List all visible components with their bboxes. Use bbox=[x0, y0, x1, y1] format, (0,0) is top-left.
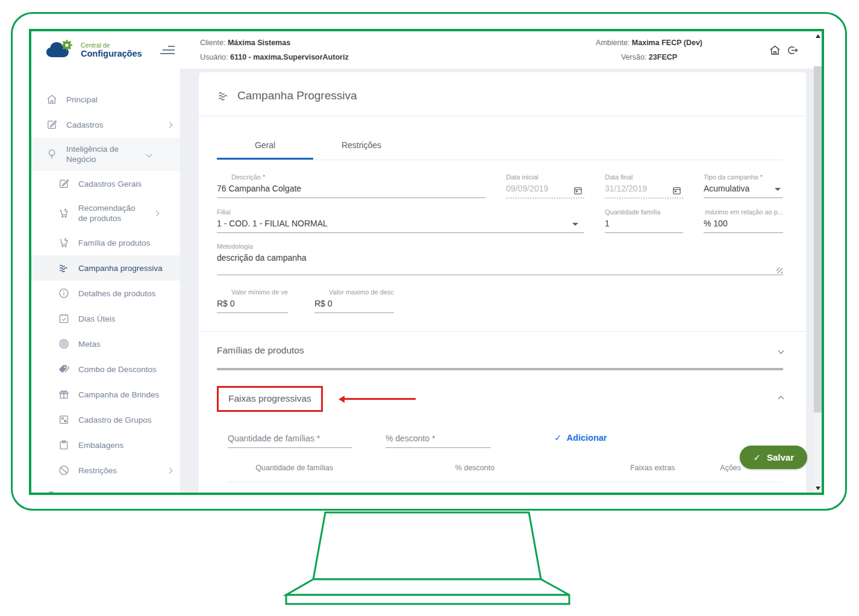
metodologia-textarea[interactable]: Metodologia descrição da campanha bbox=[217, 243, 783, 275]
familias-de-produtos-section[interactable]: Famílias de produtos bbox=[199, 331, 806, 368]
sidebar-item-label: Campanha progressiva bbox=[78, 263, 172, 273]
page-title: Campanha Progressiva bbox=[199, 72, 806, 116]
field-value: % 100 bbox=[704, 219, 783, 233]
sidebar-item-label: Recomendação de produtos bbox=[78, 203, 146, 223]
field-label: Tipo da campanha * bbox=[704, 173, 783, 181]
sidebar-item-cadastros[interactable]: Cadastros bbox=[31, 112, 180, 137]
calendar-icon[interactable] bbox=[573, 185, 583, 196]
page-title-text: Campanha Progressiva bbox=[237, 89, 357, 102]
sidebar-item-restricoes[interactable]: Restrições bbox=[31, 458, 180, 483]
field-value: R$ 0 bbox=[217, 299, 288, 313]
scroll-down-arrow-icon[interactable] bbox=[816, 487, 820, 490]
quantidade-familias-input[interactable] bbox=[228, 431, 352, 448]
table-header-row: Quantidade de famílias % desconto Faixas… bbox=[228, 464, 783, 482]
valor-maximo-field[interactable]: Valor maximo de desco... R$ 0 bbox=[314, 288, 394, 313]
sidebar-item-label: Cadastro de Grupos bbox=[78, 415, 172, 425]
resize-handle[interactable] bbox=[776, 267, 782, 273]
field-value: Acumulativa bbox=[704, 184, 783, 198]
sidebar-item-embalagens[interactable]: Embalagens bbox=[31, 432, 180, 458]
section-title: Faixas progressivas bbox=[228, 393, 311, 403]
user-value: 6110 - maxima.SupervisorAutoriz bbox=[230, 53, 349, 61]
app-logo[interactable]: Central de Configurações bbox=[31, 39, 152, 61]
main-area: Campanha Progressiva Geral Restrições De bbox=[180, 69, 822, 493]
delete-trash-icon[interactable] bbox=[738, 492, 748, 493]
field-label: Data inicial bbox=[506, 173, 584, 181]
vertical-scrollbar[interactable] bbox=[814, 31, 822, 493]
home-icon[interactable] bbox=[769, 44, 781, 57]
salvar-label: Salvar bbox=[767, 452, 794, 462]
version-label: Versão: bbox=[621, 53, 646, 61]
page: Central de Configurações Cliente: Máxima… bbox=[0, 0, 859, 616]
sidebar-item-campanha-progressiva[interactable]: Campanha progressiva bbox=[31, 255, 180, 281]
chevron-up-icon[interactable] bbox=[778, 396, 784, 402]
scroll-up-arrow-icon[interactable] bbox=[816, 34, 820, 38]
sidebar-item-label: Cadastros bbox=[66, 120, 159, 130]
client-label: Cliente: bbox=[200, 39, 225, 47]
scrollbar-thumb[interactable] bbox=[814, 66, 822, 412]
header-env-info: Ambiente: Maxima FECP (Dev) Versão: 23FE… bbox=[596, 36, 702, 64]
groups-icon bbox=[58, 414, 70, 426]
data-inicial-field[interactable]: Data inicial 09/09/2019 bbox=[506, 173, 584, 199]
sidebar-item-dias-uteis[interactable]: Dias Úteis bbox=[31, 306, 180, 331]
field-value: 76 Campanha Colgate bbox=[217, 184, 486, 198]
user-label: Usuário: bbox=[200, 53, 228, 61]
field-value: 1 - COD. 1 - FILIAL NORMAL bbox=[217, 219, 584, 233]
hamburger-menu-icon[interactable] bbox=[159, 45, 175, 55]
sidebar-item-label: Principal bbox=[66, 95, 172, 105]
version-value: 23FECP bbox=[649, 53, 677, 61]
sidebar-item-cadastro-de-grupos[interactable]: Cadastro de Grupos bbox=[31, 407, 180, 432]
table-row: 1 5 2 bbox=[228, 482, 783, 493]
app-body: Principal Cadastros Inteligência de Negó… bbox=[31, 69, 822, 493]
sidebar-item-campanha-de-brindes[interactable]: Campanha de Brindes bbox=[31, 382, 180, 407]
descricao-field[interactable]: Descrição * 76 Campanha Colgate bbox=[217, 173, 486, 199]
check-icon: ✓ bbox=[554, 432, 562, 443]
adicionar-button[interactable]: ✓ Adicionar bbox=[554, 432, 607, 448]
env-value: Maxima FECP (Dev) bbox=[632, 39, 702, 47]
salvar-button[interactable]: ✓ Salvar bbox=[740, 446, 807, 469]
maximo-relacao-field[interactable]: máximo em relação ao p... % 100 bbox=[704, 208, 783, 233]
field-value: 1 bbox=[605, 219, 683, 233]
data-final-field[interactable]: Data final 31/12/2019 bbox=[605, 173, 683, 199]
home-icon bbox=[46, 93, 58, 105]
faixas-progressivas-section[interactable]: Faixas progressivas bbox=[199, 386, 806, 415]
sidebar-item-label: Combo de Descontos bbox=[78, 364, 172, 375]
sidebar-item-cadastros-gerais[interactable]: Cadastros Gerais bbox=[31, 171, 180, 196]
cell-faixas-extras: 2 bbox=[589, 493, 716, 493]
sidebar-item-recomendacao-de-produtos[interactable]: Recomendação de produtos bbox=[31, 196, 180, 230]
tab-geral[interactable]: Geral bbox=[217, 129, 313, 160]
sidebar-item-principal[interactable]: Principal bbox=[31, 87, 180, 112]
logout-icon[interactable] bbox=[786, 44, 799, 57]
annotation-arrow bbox=[339, 396, 416, 403]
percent-desconto-input[interactable] bbox=[386, 431, 491, 448]
field-label: Valor maximo de desco... bbox=[314, 288, 394, 296]
tipo-campanha-select[interactable]: Tipo da campanha * Acumulativa bbox=[704, 173, 783, 199]
app-header: Central de Configurações Cliente: Máxima… bbox=[31, 31, 822, 69]
gift-icon bbox=[58, 388, 70, 400]
chevron-right-icon bbox=[167, 122, 173, 128]
sidebar-item-detalhes-de-produtos[interactable]: Detalhes de produtos bbox=[31, 281, 180, 306]
sidebar-item-combo-de-descontos[interactable]: Combo de Descontos bbox=[31, 356, 180, 382]
block-icon bbox=[58, 464, 70, 476]
valor-minimo-field[interactable]: Valor mínimo de venda ... R$ 0 bbox=[217, 288, 288, 313]
divider bbox=[199, 116, 806, 116]
sidebar-item-inteligencia-de-negocio[interactable]: Inteligência de Negócio bbox=[31, 137, 180, 171]
section-title: Famílias de produtos bbox=[217, 345, 304, 356]
env-label: Ambiente: bbox=[596, 39, 629, 47]
tags-icon bbox=[58, 363, 70, 375]
tab-restricoes[interactable]: Restrições bbox=[313, 129, 410, 160]
app-window: Central de Configurações Cliente: Máxima… bbox=[31, 31, 822, 493]
edit-icon bbox=[46, 119, 58, 131]
divider-thick bbox=[217, 368, 783, 370]
chevron-down-icon[interactable] bbox=[778, 347, 784, 353]
calendar-icon[interactable] bbox=[672, 185, 682, 196]
lightbulb-icon bbox=[46, 148, 58, 160]
search-icon bbox=[46, 490, 58, 493]
sidebar-item-familia-de-produtos[interactable]: Família de produtos bbox=[31, 230, 180, 255]
field-label: Descrição * bbox=[217, 173, 486, 181]
filial-select[interactable]: Filial 1 - COD. 1 - FILIAL NORMAL bbox=[217, 208, 584, 233]
sidebar-item-consultas[interactable]: Consultas bbox=[31, 483, 180, 493]
sidebar-item-label: Detalhes de produtos bbox=[78, 288, 172, 299]
quantidade-familia-field[interactable]: Quantidade família 1 bbox=[605, 208, 683, 233]
sidebar-item-metas[interactable]: Metas bbox=[31, 331, 180, 356]
edit-icon bbox=[58, 178, 70, 190]
